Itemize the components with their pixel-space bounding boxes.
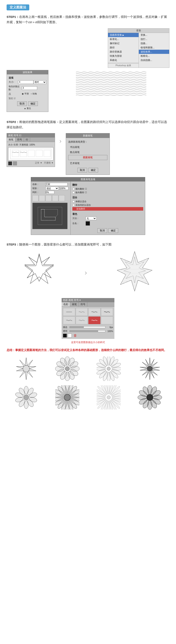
step3-brush-cell-1[interactable] xyxy=(63,308,75,316)
color-key-row: 生色： xyxy=(72,221,143,226)
brush-tab-3[interactable]: 行 xyxy=(24,138,30,142)
fit-stretch: 伸展以适合 xyxy=(72,200,143,203)
brush-size-row: 大小: 6.00 不透明度: 100% xyxy=(8,143,53,146)
brush-size-val[interactable] xyxy=(60,187,68,190)
brush-cells-area xyxy=(32,195,69,201)
step3-shapes-area: › xyxy=(6,250,170,294)
step3-color-front xyxy=(63,334,67,338)
fit-approx-radio[interactable] xyxy=(73,208,76,210)
new-brush-cancel-btn[interactable]: 取消 xyxy=(78,168,87,172)
brush-cell-5[interactable] xyxy=(59,195,65,201)
wave-ok-btn[interactable]: 确定 xyxy=(28,101,38,106)
flower-7-svg xyxy=(96,385,121,410)
brush-opacity-label: 不透明度: 100% xyxy=(19,143,35,146)
fit-add-space-radio[interactable] xyxy=(72,204,75,206)
flower-cell-1 xyxy=(6,356,46,382)
step3-slider2[interactable] xyxy=(70,330,105,332)
brush-size-select[interactable]: 固定 xyxy=(46,186,59,190)
flip-x-radio[interactable] xyxy=(72,188,75,190)
menu-item-distort2[interactable]: 扭曲... xyxy=(139,41,170,46)
wave-cancel-btn[interactable]: 取消 xyxy=(17,101,27,106)
brush-interval-label: 间距： xyxy=(32,191,46,194)
brush-type-art[interactable]: 艺术画笔 xyxy=(68,161,107,166)
step3-brush-cell-8[interactable] xyxy=(101,316,113,324)
menu-item-distort[interactable]: 扭曲和变换 xyxy=(108,33,139,37)
menu-item-shrink[interactable]: 收缩和膨胀... xyxy=(139,46,170,50)
brush-interval-input[interactable] xyxy=(46,191,54,194)
brush-cell-1[interactable] xyxy=(32,195,38,201)
fit-add-space: 添加间距以适合 xyxy=(72,204,143,207)
step3-brush-cell-2[interactable] xyxy=(76,308,88,316)
menu-item-normalize[interactable]: 标准化... xyxy=(108,37,139,41)
wave-type-select[interactable]: 相对 绝对 xyxy=(33,80,46,84)
wave-dialog: 波纹效果 选项 大小: 相对 绝对 每段的隆起数: 点 ◉ 平滑 xyxy=(6,70,48,112)
flower-cell-2 xyxy=(48,356,87,382)
brush-type-pattern[interactable]: 图案画笔 xyxy=(68,155,107,160)
flip-y-radio[interactable] xyxy=(72,192,75,194)
step3-slider1-val: 6px xyxy=(105,326,113,328)
wave-ridges-label: 每段的隆起数: xyxy=(8,85,22,91)
wave-smooth-option: ◉ 平滑 ○ 转角 xyxy=(22,92,37,95)
brush-opts-cancel-btn[interactable]: 取消 xyxy=(97,228,107,233)
brush-name-input[interactable] xyxy=(46,183,68,186)
flower-5-svg xyxy=(14,385,38,410)
brush-type-scatter[interactable]: 散点画笔 xyxy=(68,150,107,154)
menu-item-stylize[interactable]: 风格化 xyxy=(108,58,139,62)
wave-ridges-input[interactable] xyxy=(22,86,37,90)
menu-item-transform[interactable]: 变换... xyxy=(139,33,170,37)
brush-tab-2[interactable]: 符号 xyxy=(15,138,24,142)
menu-item-rough[interactable]: 粗糙化... xyxy=(139,54,170,58)
brush-panel-tabs: 画笔 符号 行 xyxy=(7,138,55,142)
menu-title: 变形 xyxy=(108,28,169,33)
brush-opts-left: 名称： 缩放： 固定 间距： xyxy=(31,182,71,235)
brush-panel: 画笔 符号 行 画笔 符号 行 大小: 6.00 不透明度: 100% xyxy=(6,133,55,167)
svg-rect-0 xyxy=(10,149,51,159)
color-key-swatch[interactable] xyxy=(86,221,90,226)
new-brush-body: 选择新画笔类型： 书法画笔 散点画笔 图案画笔 艺术画笔 取消 确定 xyxy=(66,138,109,175)
new-brush-dialog: 新建画笔 选择新画笔类型： 书法画笔 散点画笔 图案画笔 艺术画笔 取消 确定 xyxy=(66,133,110,175)
menu-area: 变形 扭曲和变换 标准化... 像对标记 路径 路径变换器 转换为形状 风格化 … xyxy=(6,28,170,68)
brush-interval-row: 间距： xyxy=(32,191,69,194)
brush-cell-2[interactable] xyxy=(39,195,45,201)
brush-opts-ok-btn[interactable]: 确定 xyxy=(108,228,118,233)
svg-point-113 xyxy=(147,394,153,400)
brush-type-calligraphy[interactable]: 书法画笔 xyxy=(68,145,107,150)
menu-item-wave[interactable]: 波纹效果... xyxy=(139,50,170,54)
flip-x-label: 横向翻转 ☐ xyxy=(76,188,87,190)
svg-point-26 xyxy=(65,366,70,371)
step3-brush-cell-3[interactable] xyxy=(88,308,100,316)
star-before-svg xyxy=(19,252,59,292)
wave-size-input[interactable] xyxy=(18,80,33,84)
brush-tab-1[interactable]: 画笔 xyxy=(7,138,15,142)
menu-item-free-distort[interactable]: 自由扭曲... xyxy=(139,58,170,62)
step3-slider1[interactable] xyxy=(70,326,105,328)
wave-visual xyxy=(53,70,170,96)
menu-item-path-transform[interactable]: 路径变换器 xyxy=(108,50,139,54)
new-brush-ok-btn[interactable]: 确定 xyxy=(88,168,98,172)
step3-brush-cell-5[interactable] xyxy=(63,316,75,324)
brush-opts-btns: 取消 确定 xyxy=(72,228,143,233)
menu-item-markers[interactable]: 像对标记 xyxy=(108,41,139,46)
brush-opts-body: 名称： 缩放： 固定 间距： xyxy=(31,182,145,235)
step3-brush-cell-7[interactable] xyxy=(88,316,100,324)
menu-item-path[interactable]: 路径 xyxy=(108,46,139,50)
step1-text: STEP1：在画布上画一根直线，然后效果－扭曲和变换－波纹效果，参数自行调节，得… xyxy=(6,14,170,25)
step3-tab2[interactable]: 画笔 xyxy=(70,302,79,306)
step3-panel-title: 色彩 画笔 符号 ▾ xyxy=(62,298,114,302)
step3-tab3[interactable]: 符号 xyxy=(79,302,87,306)
brush-cell-3[interactable] xyxy=(46,195,52,201)
flower-cell-5 xyxy=(6,384,46,411)
svg-rect-6 xyxy=(38,207,62,225)
step3-tab1[interactable]: 色彩 xyxy=(62,302,70,306)
menu-item-convert-shape[interactable]: 转换为形状 xyxy=(108,54,139,58)
color-method-select[interactable]: 无 xyxy=(86,216,96,220)
fit-stretch-radio[interactable] xyxy=(72,200,75,203)
wave-area: 波纹效果 选项 大小: 相对 绝对 每段的隆起数: 点 ◉ 平滑 xyxy=(6,70,170,112)
brush-cell-4[interactable] xyxy=(52,195,58,201)
menu-item-twist[interactable]: 扭打... xyxy=(139,37,170,41)
brush-panel-area: 画笔 符号 行 画笔 符号 行 大小: 6.00 不透明度: 100% xyxy=(6,133,170,175)
step3-brush-cell-6[interactable] xyxy=(76,316,88,324)
step3-brush-cell-4[interactable] xyxy=(101,308,113,316)
divider1 xyxy=(6,116,170,120)
step3-delete-icon[interactable]: 🗑 xyxy=(74,334,77,338)
